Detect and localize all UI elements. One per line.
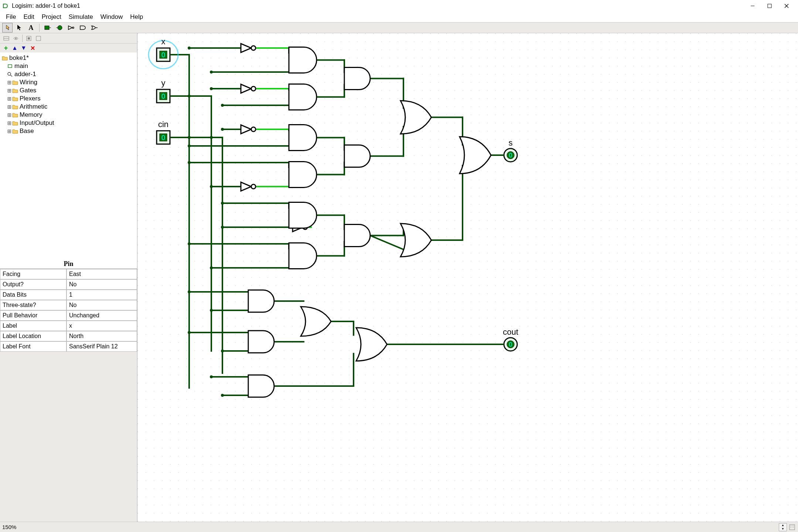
tree-lib-label: Input/Output	[20, 119, 54, 127]
svg-point-138	[792, 525, 792, 526]
prop-key: Label Font	[0, 341, 66, 352]
close-button[interactable]	[778, 0, 795, 12]
menu-help[interactable]: Help	[126, 13, 147, 21]
appearance-view-button[interactable]	[11, 34, 20, 43]
svg-point-28	[188, 136, 191, 139]
menu-window[interactable]: Window	[97, 13, 126, 21]
add-circuit-button[interactable]: +	[1, 44, 10, 52]
prop-key: Data Bits	[0, 290, 66, 300]
tree-project[interactable]: boke1*	[0, 54, 137, 62]
pin-label: cin	[158, 120, 168, 129]
tree-item-label: adder-1	[14, 71, 36, 78]
tree-lib-gates[interactable]: ⊞ Gates	[0, 86, 137, 95]
tree-lib-label: Base	[20, 127, 34, 135]
toolbar-main: A	[0, 22, 798, 33]
tree-lib-io[interactable]: ⊞ Input/Output	[0, 119, 137, 127]
delete-button[interactable]: ✕	[28, 44, 37, 52]
tree-lib-base[interactable]: ⊞ Base	[0, 127, 137, 135]
svg-point-49	[210, 185, 213, 188]
expand-icon[interactable]: ⊞	[7, 87, 12, 94]
circuit-canvas[interactable]: 00000 xycinscout	[137, 33, 798, 522]
titlebar: Logisim: adder-1 of boke1	[0, 0, 798, 12]
svg-point-54	[221, 226, 224, 229]
folder-icon	[1, 55, 8, 61]
pin-label: s	[509, 138, 513, 147]
project-tree[interactable]: boke1* main adder-1 ⊞ Wiring ⊞ Gates ⊞	[0, 52, 137, 259]
tree-lib-label: Wiring	[20, 79, 37, 86]
svg-rect-4	[45, 26, 49, 30]
select-tool-button[interactable]	[14, 23, 24, 33]
tree-lib-wiring[interactable]: ⊞ Wiring	[0, 78, 137, 86]
tree-lib-memory[interactable]: ⊞ Memory	[0, 111, 137, 119]
zoom-down-icon[interactable]: ▼	[779, 527, 787, 531]
expand-icon[interactable]: ⊞	[7, 95, 12, 102]
zoom-level: 150%	[2, 524, 16, 530]
svg-point-140	[790, 527, 791, 528]
tree-lib-arithmetic[interactable]: ⊞ Arithmetic	[0, 103, 137, 111]
tree-lib-label: Arithmetic	[20, 103, 48, 110]
prop-val[interactable]: x	[66, 321, 137, 331]
sim-enable-button[interactable]	[24, 34, 33, 43]
svg-point-93	[210, 309, 213, 312]
property-title: Pin	[0, 259, 137, 269]
folder-icon	[12, 79, 18, 85]
zoom-stepper[interactable]: ▲▼	[777, 523, 796, 531]
zoom-up-icon[interactable]: ▲	[779, 524, 787, 527]
menu-simulate[interactable]: Simulate	[65, 13, 97, 21]
svg-point-91	[188, 290, 191, 293]
poke-tool-button[interactable]	[2, 23, 13, 33]
svg-point-41	[221, 128, 224, 131]
prop-val[interactable]: No	[66, 279, 137, 290]
menu-project[interactable]: Project	[38, 13, 65, 21]
svg-point-95	[188, 331, 191, 334]
sim-step-button[interactable]	[34, 34, 43, 43]
svg-point-110	[251, 86, 256, 91]
tree-item-adder-1[interactable]: adder-1	[0, 70, 137, 78]
svg-point-97	[221, 349, 224, 352]
move-up-button[interactable]: ▲	[10, 44, 19, 52]
menu-edit[interactable]: Edit	[20, 13, 38, 21]
input-pin-button[interactable]	[42, 23, 53, 33]
svg-point-6	[58, 25, 62, 30]
svg-point-141	[792, 527, 792, 528]
expand-icon[interactable]: ⊞	[7, 119, 12, 127]
maximize-button[interactable]	[761, 0, 778, 12]
expand-icon[interactable]: ⊞	[7, 103, 12, 110]
svg-point-113	[251, 184, 256, 189]
svg-point-11	[15, 38, 17, 39]
expand-icon[interactable]: ⊞	[7, 111, 12, 119]
folder-icon	[12, 104, 18, 110]
pin-label: cout	[503, 327, 518, 337]
or-gate-button[interactable]	[90, 23, 100, 33]
move-down-button[interactable]: ▼	[19, 44, 28, 52]
svg-point-109	[251, 46, 256, 50]
tree-item-label: main	[14, 62, 28, 70]
prop-val[interactable]: East	[66, 269, 137, 279]
prop-val[interactable]: Unchanged	[66, 310, 137, 321]
tree-lib-label: Gates	[20, 87, 36, 94]
prop-val[interactable]: No	[66, 300, 137, 310]
toolbar-edit: + ▲ ▼ ✕	[0, 44, 137, 52]
property-table[interactable]: FacingEast Output?No Data Bits1 Three-st…	[0, 269, 137, 352]
prop-key: Output?	[0, 279, 66, 290]
layout-view-button[interactable]	[2, 34, 11, 43]
prop-val[interactable]: 1	[66, 290, 137, 300]
not-gate-button[interactable]	[66, 23, 76, 33]
svg-point-142	[793, 527, 794, 528]
tree-project-label: boke1*	[9, 54, 29, 62]
statusbar: 150% ▲▼	[0, 522, 798, 532]
text-tool-button[interactable]: A	[26, 23, 36, 33]
prop-val[interactable]: North	[66, 331, 137, 341]
tree-item-main[interactable]: main	[0, 62, 137, 70]
expand-icon[interactable]: ⊞	[7, 127, 12, 135]
circuit-icon	[7, 63, 13, 69]
prop-key: Pull Behavior	[0, 310, 66, 321]
output-pin-button[interactable]	[54, 23, 65, 33]
prop-val[interactable]: SansSerif Plain 12	[66, 341, 137, 352]
expand-icon[interactable]: ⊞	[7, 79, 12, 86]
minimize-button[interactable]	[744, 0, 761, 12]
svg-text:0: 0	[161, 134, 165, 141]
menu-file[interactable]: File	[2, 13, 20, 21]
tree-lib-plexers[interactable]: ⊞ Plexers	[0, 95, 137, 103]
and-gate-button[interactable]	[78, 23, 88, 33]
